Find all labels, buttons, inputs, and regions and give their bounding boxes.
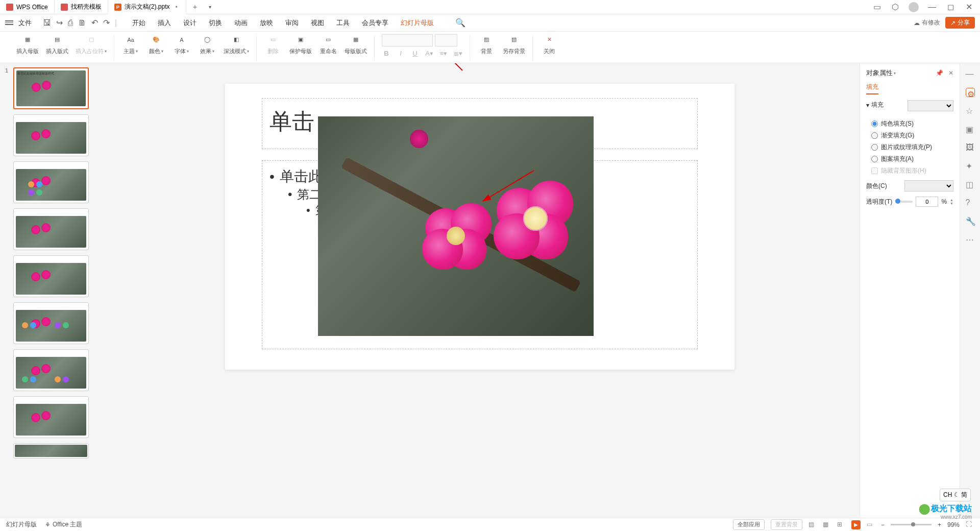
slide-canvas[interactable]: 单击 单击此 第二 第 — [100, 63, 860, 518]
layout-thumbnail[interactable]: 单击此处编辑母版标题样式 — [13, 114, 89, 156]
fit-window-icon[interactable]: ⛶ — [966, 521, 974, 529]
transparency-input[interactable] — [916, 197, 938, 207]
tab-tools[interactable]: 工具 — [336, 18, 350, 28]
sorter-view-icon[interactable]: ⊞ — [837, 521, 845, 529]
toolbox-icon[interactable]: 🔧 — [966, 216, 975, 226]
zoom-out-button[interactable]: − — [881, 521, 885, 528]
fill-gradient-radio[interactable]: 渐变填充(G) — [871, 131, 953, 140]
master-layout-button[interactable]: ▦母版版式 — [345, 34, 367, 55]
fill-picture-radio[interactable]: 图片或纹理填充(P) — [871, 143, 953, 152]
pin-icon[interactable]: 📌 — [936, 69, 943, 77]
tab-design[interactable]: 设计 — [183, 18, 197, 28]
fill-solid-radio[interactable]: 纯色填充(S) — [871, 119, 953, 128]
tab-review[interactable]: 审阅 — [285, 18, 299, 28]
slide-master[interactable]: 单击 单击此 第二 第 — [225, 84, 734, 370]
image-icon[interactable]: 🖼 — [966, 143, 975, 152]
tab-view[interactable]: 视图 — [311, 18, 324, 28]
thumbnail-panel[interactable]: 1 单击此处编辑母版标题样式 单击此处编辑母版标题样式 单击此处编辑母版标题样式 — [0, 63, 100, 518]
file-menu[interactable]: 文件 — [18, 18, 35, 28]
numbering-button[interactable]: ≣▾ — [453, 50, 462, 57]
sparkle-icon[interactable]: ✦ — [966, 161, 975, 171]
spinner-down[interactable]: ▼ — [950, 202, 953, 205]
layout-thumbnail[interactable] — [13, 443, 89, 458]
layout-thumbnail[interactable] — [13, 396, 89, 438]
close-window-button[interactable]: ✕ — [964, 2, 974, 12]
transparency-slider[interactable] — [895, 201, 913, 203]
star-icon[interactable]: ☆ — [966, 106, 975, 115]
bold-button[interactable]: B — [382, 50, 391, 57]
new-tab-button[interactable]: ＋ — [186, 3, 204, 12]
font-color-button[interactable]: A▾ — [425, 50, 434, 57]
layers-icon[interactable]: ▣ — [966, 125, 975, 134]
print-icon[interactable]: ⎙ — [68, 18, 73, 28]
tab-wps[interactable]: WPS Office — [0, 0, 55, 14]
more-icon[interactable]: ⋯ — [966, 235, 975, 244]
save-icon[interactable]: 🖫 — [43, 18, 51, 28]
spinner-up[interactable]: ▲ — [950, 198, 953, 202]
window-snap-icon[interactable]: ▭ — [872, 2, 882, 12]
bullets-button[interactable]: ≡▾ — [439, 50, 448, 57]
tab-presentation[interactable]: P演示文稿(2).pptx• — [108, 0, 187, 14]
effect-button[interactable]: ◯效果▾ — [198, 34, 216, 55]
save-background-button[interactable]: ▧另存背景 — [503, 34, 525, 55]
reset-bg-button[interactable]: 重置背景 — [771, 519, 802, 530]
layout-thumbnail[interactable] — [13, 302, 89, 344]
slideshow-button[interactable]: ▶ — [851, 520, 861, 529]
close-panel-icon[interactable]: ✕ — [948, 69, 953, 77]
master-thumbnail[interactable]: 单击此处编辑母版标题样式 — [13, 67, 89, 109]
theme-button[interactable]: Aa主题▾ — [121, 34, 140, 55]
search-icon[interactable]: 🔍 — [455, 18, 465, 28]
tab-menu-button[interactable]: ▾ — [204, 4, 216, 10]
underline-button[interactable]: U — [410, 50, 420, 57]
reading-view-icon[interactable]: ▭ — [867, 521, 875, 529]
size-combo[interactable] — [435, 34, 457, 46]
rename-button[interactable]: ▭重命名 — [319, 34, 337, 55]
layout-thumbnail[interactable] — [13, 349, 89, 391]
insert-layout-button[interactable]: ▤插入版式 — [46, 34, 68, 55]
font-button[interactable]: A字体▾ — [173, 34, 191, 55]
cube-icon[interactable]: ⬡ — [890, 2, 900, 12]
ime-indicator[interactable]: CH ☾ 简 — [940, 489, 971, 501]
dark-mode-button[interactable]: ◧深浅模式▾ — [224, 34, 249, 55]
layout-thumbnail[interactable]: 单击此处编辑母版标题样式 — [13, 255, 89, 297]
zoom-slider[interactable] — [891, 524, 932, 525]
minimize-button[interactable]: — — [927, 2, 937, 12]
undo-icon[interactable]: ↶ — [91, 18, 98, 28]
background-button[interactable]: ▨背景 — [477, 34, 496, 55]
maximize-button[interactable]: ◻ — [945, 2, 955, 12]
settings-icon[interactable]: ⚙ — [966, 88, 975, 97]
layout-thumbnail[interactable] — [13, 161, 89, 203]
collapse-icon[interactable]: — — [966, 69, 975, 79]
zoom-level[interactable]: 99% — [947, 521, 960, 528]
has-changes-button[interactable]: ☁有修改 — [914, 18, 940, 27]
color-button[interactable]: 🎨颜色▾ — [147, 34, 165, 55]
tab-insert[interactable]: 插入 — [158, 18, 171, 28]
tab-templates[interactable]: 找稻壳模板 — [55, 0, 108, 14]
notes-view-icon[interactable]: ▤ — [808, 521, 817, 529]
fill-type-combo[interactable] — [908, 100, 953, 111]
tab-transition[interactable]: 切换 — [209, 18, 222, 28]
font-combo[interactable] — [382, 34, 433, 46]
color-combo[interactable] — [904, 180, 953, 191]
tab-play[interactable]: 放映 — [260, 18, 273, 28]
protect-master-button[interactable]: ▣保护母版 — [289, 34, 312, 55]
crop-icon[interactable]: ◫ — [966, 180, 975, 189]
user-avatar[interactable] — [909, 2, 919, 12]
panel-tab-fill[interactable]: 填充 — [866, 83, 878, 94]
fill-pattern-radio[interactable]: 图案填充(A) — [871, 155, 953, 163]
tab-start[interactable]: 开始 — [132, 18, 145, 28]
normal-view-icon[interactable]: ▦ — [823, 521, 831, 529]
help-icon[interactable]: ? — [966, 198, 975, 207]
share-button[interactable]: ↗分享 — [945, 17, 975, 29]
zoom-in-button[interactable]: + — [938, 521, 941, 528]
close-master-button[interactable]: ✕关闭 — [540, 34, 558, 55]
print-preview-icon[interactable]: 🗎 — [78, 18, 86, 28]
redo-icon[interactable]: ↷ — [103, 18, 110, 28]
tab-slide-master[interactable]: 幻灯片母版 — [401, 18, 434, 28]
tab-animation[interactable]: 动画 — [234, 18, 248, 28]
export-icon[interactable]: ↪ — [56, 18, 63, 28]
hamburger-icon[interactable] — [5, 20, 13, 25]
insert-master-button[interactable]: ▦插入母版 — [16, 34, 39, 55]
italic-button[interactable]: I — [396, 50, 405, 57]
layout-thumbnail[interactable] — [13, 208, 89, 250]
